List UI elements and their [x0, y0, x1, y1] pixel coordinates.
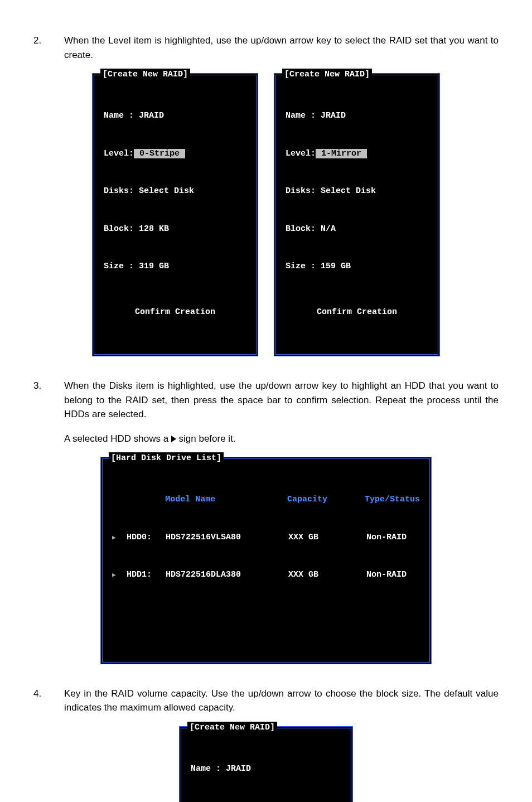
hard-disk-drive-list-panel: [Hard Disk Drive List] Model Name Capaci…: [100, 457, 432, 664]
create-raid-panel-size: [Create New RAID] Name : JRAID Level: 0-…: [179, 726, 353, 803]
selected-mark-icon: ▶: [112, 532, 127, 544]
terminal-row-1: [Create New RAID] Name : JRAID Level: 0-…: [33, 73, 499, 356]
panel-title: [Create New RAID]: [100, 69, 190, 81]
row-level[interactable]: Level: 1-Mirror: [286, 148, 428, 161]
step-number: 2.: [33, 33, 64, 62]
create-raid-panel-stripe: [Create New RAID] Name : JRAID Level: 0-…: [92, 73, 258, 356]
triangle-icon: [171, 436, 176, 442]
row-level[interactable]: Level: 0-Stripe: [104, 148, 246, 161]
selected-mark-icon: ▶: [112, 569, 127, 582]
panel-title: [Create New RAID]: [282, 69, 372, 81]
row-name: Name : JRAID: [104, 110, 246, 123]
row-block: Block: 128 KB: [104, 223, 246, 236]
table-header: Model Name Capacity Type/Status: [112, 494, 420, 506]
row-size: Size : 319 GB: [104, 260, 246, 273]
step-number: 3.: [33, 379, 64, 422]
step-text: When the Disks item is highlighted, use …: [64, 379, 499, 422]
header-type: Type/Status: [365, 494, 420, 506]
step-3: 3. When the Disks item is highlighted, u…: [33, 379, 499, 422]
level-value-highlight: 1-Mirror: [316, 149, 367, 158]
step-number: 4.: [33, 687, 64, 715]
row-block: Block: N/A: [286, 223, 428, 236]
step-text: When the Level item is highlighted, use …: [64, 33, 499, 62]
step-2: 2. When the Level item is highlighted, u…: [33, 33, 499, 62]
table-row[interactable]: ▶ HDD1: HDS722516DLA380 XXX GB Non-RAID: [112, 569, 420, 582]
row-disks: Disks: Select Disk: [104, 185, 246, 198]
row-size: Size : 159 GB: [286, 260, 428, 273]
row-name: Name : JRAID: [286, 110, 428, 123]
row-name: Name : JRAID: [191, 763, 341, 776]
create-raid-panel-mirror: [Create New RAID] Name : JRAID Level: 1-…: [274, 73, 440, 356]
header-model: Model Name: [165, 494, 287, 506]
panel-title: [Create New RAID]: [187, 722, 277, 735]
row-disks: Disks: Select Disk: [286, 185, 428, 198]
confirm-creation[interactable]: Confirm Creation: [286, 306, 428, 319]
level-value-highlight: 0-Stripe: [134, 149, 185, 158]
panel-title: [Hard Disk Drive List]: [109, 452, 224, 465]
step-4: 4. Key in the RAID volume capacity. Use …: [33, 687, 499, 715]
table-row[interactable]: ▶ HDD0: HDS722516VLSA80 XXX GB Non-RAID: [112, 532, 420, 544]
confirm-creation[interactable]: Confirm Creation: [104, 306, 246, 319]
step-text: Key in the RAID volume capacity. Use the…: [64, 687, 499, 715]
header-capacity: Capacity: [287, 494, 365, 506]
step-3-subtext: A selected HDD shows a sign before it.: [64, 432, 499, 446]
